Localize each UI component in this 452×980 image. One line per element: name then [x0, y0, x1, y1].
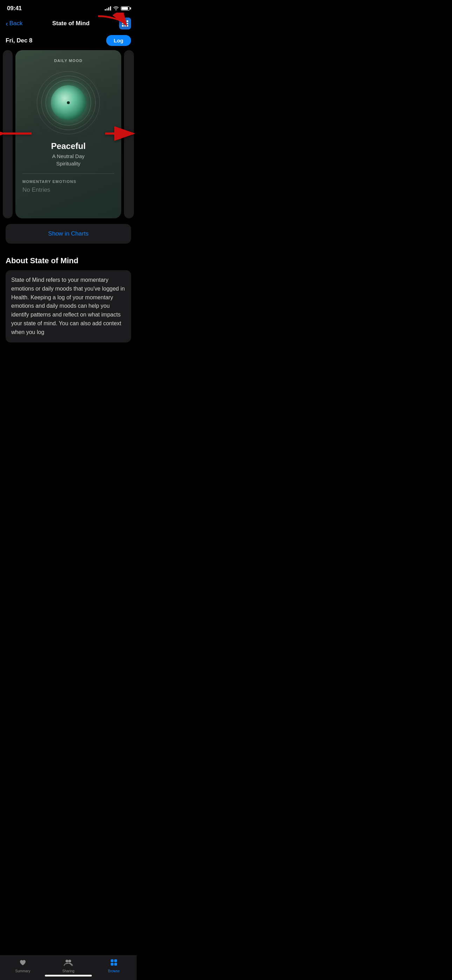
mood-orb — [37, 71, 100, 134]
status-time: 09:41 — [7, 5, 22, 12]
mood-subtitle: A Neutral Day — [52, 153, 85, 159]
no-entries-text: No Entries — [22, 186, 50, 193]
back-label: Back — [10, 20, 23, 27]
about-title: About State of Mind — [6, 256, 131, 265]
date-label: Fri, Dec 8 — [6, 37, 33, 44]
about-section: About State of Mind State of Mind refers… — [0, 249, 137, 347]
about-card: State of Mind refers to your momentary e… — [6, 270, 131, 342]
next-card — [124, 50, 134, 218]
log-button[interactable]: Log — [106, 35, 131, 46]
back-button[interactable]: ‹ Back — [6, 20, 22, 27]
mood-context: Spirituality — [56, 161, 80, 167]
mood-carousel[interactable]: DAILY MOOD Peaceful A Neutral Day Spirit… — [0, 50, 137, 218]
momentary-label: MOMENTARY EMOTIONS — [22, 180, 114, 184]
date-row: Fri, Dec 8 Log — [0, 33, 137, 50]
mood-name: Peaceful — [51, 141, 86, 151]
orb-core — [51, 85, 86, 120]
momentary-section: MOMENTARY EMOTIONS No Entries — [22, 180, 114, 194]
orb-center-dot — [67, 101, 70, 104]
daily-mood-label: DAILY MOOD — [54, 59, 82, 63]
status-icons — [105, 6, 130, 11]
wifi-icon — [113, 6, 119, 11]
calendar-arrow-annotation — [91, 13, 133, 33]
signal-icon — [105, 6, 111, 11]
show-in-charts-button[interactable]: Show in Charts — [6, 224, 131, 243]
about-description: State of Mind refers to your momentary e… — [11, 276, 126, 337]
previous-card — [3, 50, 13, 218]
back-chevron-icon: ‹ — [6, 20, 8, 27]
show-charts-label: Show in Charts — [48, 230, 88, 237]
battery-icon — [121, 6, 130, 11]
card-divider — [22, 173, 114, 174]
page-title: State of Mind — [52, 20, 90, 27]
mood-card: DAILY MOOD Peaceful A Neutral Day Spirit… — [16, 50, 121, 218]
